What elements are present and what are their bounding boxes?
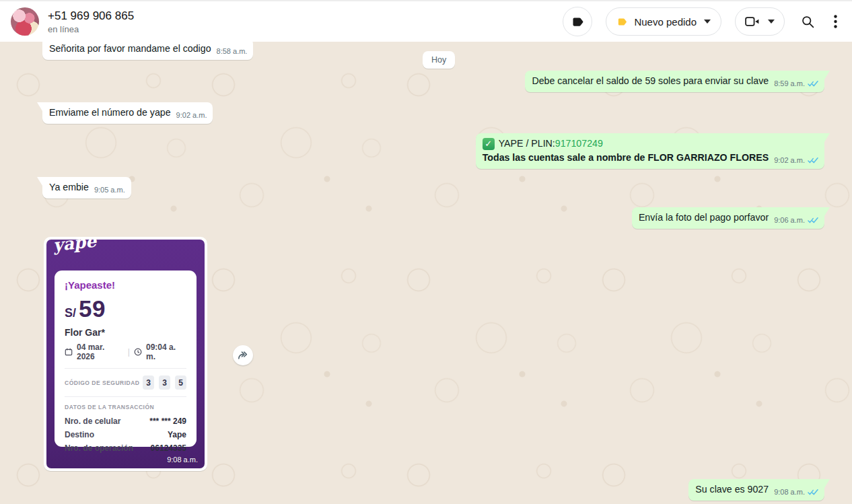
row-label: Destino (65, 430, 94, 439)
payee-name: Flor Gar* (65, 327, 186, 338)
message-bubble-outgoing[interactable]: Envía la foto del pago porfavor 9:06 a.m… (632, 207, 824, 229)
read-receipt-icon (808, 489, 818, 496)
label-icon (571, 15, 585, 29)
phone-number-link[interactable]: 917107249 (555, 137, 603, 150)
contact-titles: +51 969 906 865 en línea (48, 9, 134, 35)
message-bubble-outgoing[interactable]: Su clave es 9027 9:08 a.m. (688, 479, 824, 501)
video-camera-icon (745, 15, 760, 28)
message-text: YAPE / PLIN: (499, 137, 555, 150)
chat-area: Señorita por favor mandame el codigo 8:5… (0, 42, 852, 504)
contact-info[interactable]: +51 969 906 865 en línea (11, 7, 134, 36)
message-text: Debe cancelar el saldo de 59 soles para … (532, 75, 769, 87)
search-button[interactable] (798, 12, 818, 32)
receipt-amount: S/ 59 (65, 295, 186, 322)
bubble-tail (824, 207, 830, 216)
bubble-tail (37, 102, 42, 111)
security-code-label: CÓDIGO DE SEGURIDAD (65, 380, 140, 386)
security-code-row: CÓDIGO DE SEGURIDAD 3 3 5 (65, 375, 186, 390)
clock-icon (134, 348, 142, 356)
order-status-button[interactable]: Nuevo pedido (606, 7, 721, 36)
kebab-menu-icon (834, 15, 837, 28)
message-time: 9:02 a.m. (774, 155, 805, 166)
security-digit: 5 (175, 375, 186, 390)
row-value: 06124335 (151, 443, 186, 453)
transaction-row: Nro. de celular *** *** 249 (65, 417, 186, 426)
chevron-down-icon (704, 20, 711, 24)
security-digit: 3 (143, 375, 154, 390)
image-message-yape-receipt[interactable]: yape ¡Yapeaste! S/ 59 Flor Gar* 04 mar. … (44, 237, 207, 471)
row-value: Yape (168, 430, 186, 439)
menu-button[interactable] (831, 12, 840, 31)
check-mark-emoji: ✓ (483, 138, 495, 150)
message-bubble-outgoing[interactable]: ✓ YAPE / PLIN: 917107249 Todas las cuent… (476, 133, 824, 169)
calendar-icon (65, 348, 73, 356)
bubble-tail (824, 479, 830, 488)
forward-message-button[interactable] (233, 345, 253, 365)
bubble-tail (37, 177, 42, 186)
bubble-tail (824, 71, 830, 79)
avatar[interactable] (11, 7, 39, 36)
security-code-digits: 3 3 5 (143, 375, 186, 390)
read-receipt-icon (808, 217, 818, 224)
message-time-overlay: 9:08 a.m. (167, 456, 198, 464)
message-text-bold: Todas las cuentas sale a nombre de FLOR … (483, 151, 769, 164)
read-receipt-icon (808, 157, 818, 164)
receipt-card: ¡Yapeaste! S/ 59 Flor Gar* 04 mar. 2026 … (55, 271, 197, 447)
receipt-date: 04 mar. 2026 (77, 343, 124, 361)
message-bubble-incoming[interactable]: Señorita por favor mandame el codigo 8:5… (42, 42, 253, 60)
chat-header: +51 969 906 865 en línea Nuevo pedido (0, 1, 852, 42)
receipt-heading: ¡Yapeaste! (65, 279, 186, 291)
row-label: Nro. de operación (65, 443, 133, 453)
search-icon (801, 15, 815, 29)
date-divider: Hoy (423, 51, 455, 69)
order-status-label: Nuevo pedido (634, 16, 697, 28)
contact-phone-number: +51 969 906 865 (48, 9, 134, 24)
chevron-down-icon (768, 20, 775, 24)
message-bubble-incoming[interactable]: Emviame el número de yape 9:02 a.m. (42, 102, 213, 124)
yape-logo: yape (52, 240, 98, 255)
security-digit: 3 (159, 375, 170, 390)
separator: | (128, 347, 130, 357)
message-text: Emviame el número de yape (49, 106, 171, 119)
message-time: 9:02 a.m. (176, 110, 207, 120)
message-text: Envía la foto del pago porfavor (639, 211, 769, 224)
label-button[interactable] (563, 7, 592, 36)
yape-receipt-image: yape ¡Yapeaste! S/ 59 Flor Gar* 04 mar. … (46, 240, 205, 468)
transaction-row: Destino Yape (65, 430, 186, 439)
online-status: en línea (48, 24, 134, 35)
message-time: 9:06 a.m. (774, 215, 805, 225)
receipt-datetime: 04 mar. 2026 | 09:04 a. m. (65, 343, 186, 361)
message-bubble-outgoing[interactable]: Debe cancelar el saldo de 59 soles para … (525, 71, 824, 92)
header-actions: Nuevo pedido (563, 7, 840, 36)
read-receipt-icon (808, 80, 818, 87)
divider (65, 368, 186, 369)
transaction-data-label: DATOS DE LA TRANSACCIÓN (65, 404, 186, 410)
whatsapp-chat-window: +51 969 906 865 en línea Nuevo pedido (0, 0, 852, 504)
message-text: Señorita por favor mandame el codigo (49, 42, 211, 55)
bubble-tail (824, 133, 830, 142)
message-time: 9:05 a.m. (94, 185, 125, 195)
message-text: Su clave es 9027 (695, 483, 769, 496)
message-time: 9:08 a.m. (774, 487, 805, 497)
message-bubble-incoming[interactable]: Ya embie 9:05 a.m. (42, 177, 131, 199)
receipt-hour: 09:04 a. m. (146, 343, 186, 361)
amount-value: 59 (79, 295, 106, 322)
label-icon-yellow (616, 16, 628, 28)
message-text: Ya embie (49, 181, 89, 194)
transaction-row: Nro. de operación 06124335 (65, 443, 186, 453)
divider (65, 396, 186, 397)
forward-icon (238, 351, 248, 360)
video-call-button[interactable] (735, 7, 785, 36)
message-time: 8:59 a.m. (774, 79, 805, 89)
row-value: *** *** 249 (149, 417, 186, 426)
currency-symbol: S/ (65, 306, 76, 320)
message-time: 8:58 a.m. (217, 46, 248, 57)
row-label: Nro. de celular (65, 417, 120, 426)
